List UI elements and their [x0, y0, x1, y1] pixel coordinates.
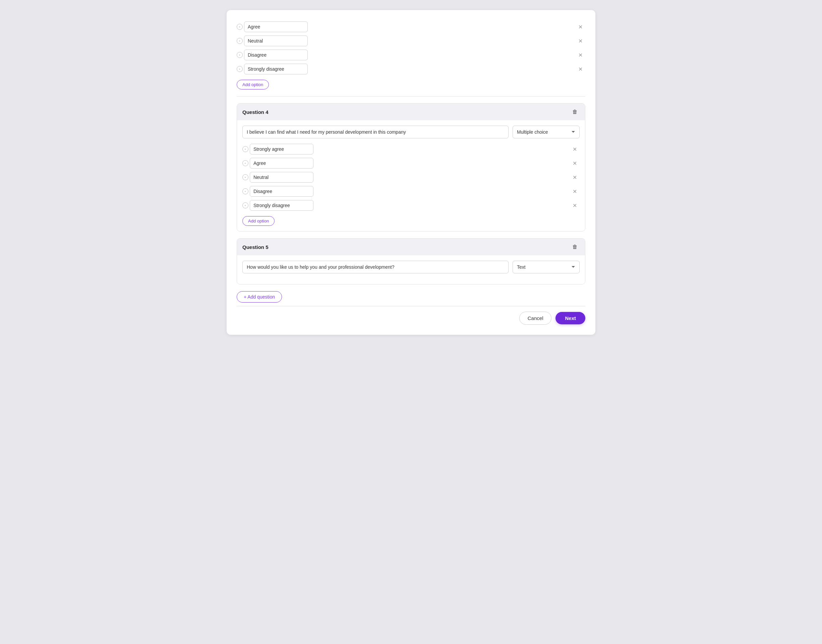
question4-delete-button[interactable]: 🗑 — [570, 107, 579, 116]
list-item: ‣ ✕ — [243, 172, 579, 182]
add-option-button[interactable]: Add option — [237, 80, 269, 89]
main-container: ‣ ✕ ‣ ✕ ‣ ✕ ‣ ✕ — [227, 10, 595, 335]
list-item: ‣ ✕ — [237, 35, 585, 46]
question4-options-list: ‣ ✕ ‣ ✕ ‣ ✕ ‣ — [243, 144, 579, 211]
option-input[interactable] — [244, 50, 308, 60]
question4-card: Question 4 🗑 Multiple choice Single choi… — [237, 103, 585, 232]
list-item: ‣ ✕ — [243, 158, 579, 169]
option-input[interactable] — [250, 186, 313, 197]
question4-body: Multiple choice Single choice Text Ratin… — [237, 120, 585, 231]
question4-text-input[interactable] — [243, 126, 509, 138]
question4-add-option-button[interactable]: Add option — [243, 216, 275, 226]
question4-type-select[interactable]: Multiple choice Single choice Text Ratin… — [513, 126, 579, 138]
question5-title: Question 5 — [243, 244, 269, 250]
option-input[interactable] — [244, 35, 308, 46]
trailing-options-list: ‣ ✕ ‣ ✕ ‣ ✕ ‣ ✕ — [237, 21, 585, 74]
question5-body: Multiple choice Single choice Text Ratin… — [237, 255, 585, 284]
question5-card: Question 5 🗑 Multiple choice Single choi… — [237, 238, 585, 284]
drag-handle-icon: ‣ — [243, 160, 248, 166]
remove-option-button[interactable]: ✕ — [576, 65, 585, 74]
drag-handle-icon: ‣ — [237, 66, 243, 72]
drag-handle-icon: ‣ — [237, 24, 243, 30]
option-input[interactable] — [250, 172, 313, 182]
question4-inputs: Multiple choice Single choice Text Ratin… — [243, 126, 579, 138]
remove-option-button[interactable]: ✕ — [576, 51, 585, 60]
question4-header: Question 4 🗑 — [237, 104, 585, 120]
next-button[interactable]: Next — [556, 312, 585, 324]
remove-option-button[interactable]: ✕ — [576, 23, 585, 32]
list-item: ‣ ✕ — [243, 144, 579, 155]
remove-option-button[interactable]: ✕ — [570, 201, 579, 210]
question5-delete-button[interactable]: 🗑 — [570, 242, 579, 251]
question5-text-input[interactable] — [243, 261, 509, 273]
remove-option-button[interactable]: ✕ — [570, 159, 579, 168]
drag-handle-icon: ‣ — [243, 174, 248, 180]
drag-handle-icon: ‣ — [243, 146, 248, 152]
trailing-options-section: ‣ ✕ ‣ ✕ ‣ ✕ ‣ ✕ — [237, 21, 585, 97]
remove-option-button[interactable]: ✕ — [570, 173, 579, 182]
question5-header: Question 5 🗑 — [237, 239, 585, 255]
drag-handle-icon: ‣ — [243, 188, 248, 194]
list-item: ‣ ✕ — [237, 50, 585, 60]
remove-option-button[interactable]: ✕ — [570, 187, 579, 196]
option-input[interactable] — [244, 64, 308, 74]
remove-option-button[interactable]: ✕ — [570, 145, 579, 154]
drag-handle-icon: ‣ — [237, 38, 243, 44]
question4-title: Question 4 — [243, 109, 269, 115]
trash-icon: 🗑 — [572, 244, 578, 250]
list-item: ‣ ✕ — [237, 64, 585, 74]
drag-handle-icon: ‣ — [243, 202, 248, 209]
remove-option-button[interactable]: ✕ — [576, 37, 585, 46]
option-input[interactable] — [250, 158, 313, 169]
trash-icon: 🗑 — [572, 109, 578, 115]
question5-inputs: Multiple choice Single choice Text Ratin… — [243, 261, 579, 273]
option-input[interactable] — [250, 144, 313, 155]
add-question-area: + Add question — [237, 291, 585, 302]
question5-type-select[interactable]: Multiple choice Single choice Text Ratin… — [513, 261, 579, 273]
list-item: ‣ ✕ — [243, 186, 579, 197]
option-input[interactable] — [244, 21, 308, 32]
cancel-button[interactable]: Cancel — [519, 311, 552, 325]
drag-handle-icon: ‣ — [237, 52, 243, 58]
add-question-button[interactable]: + Add question — [237, 291, 282, 302]
list-item: ‣ ✕ — [243, 200, 579, 211]
option-input[interactable] — [250, 200, 313, 211]
footer: Cancel Next — [237, 306, 585, 325]
list-item: ‣ ✕ — [237, 21, 585, 32]
